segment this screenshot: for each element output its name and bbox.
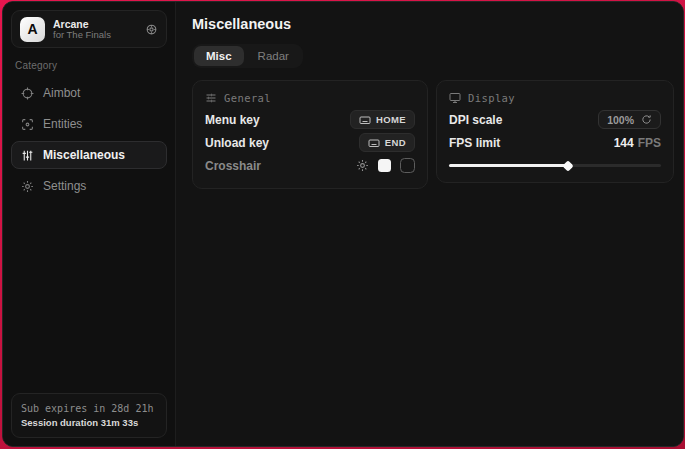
sidebar-item-settings[interactable]: Settings [11,172,167,200]
unload-key-row: Unload key END [205,131,415,154]
sidebar-item-label: Aimbot [43,86,80,100]
sidebar-item-label: Entities [43,117,82,131]
unload-key-label: Unload key [205,136,269,150]
main-content: Miscellaneous Misc Radar General [176,2,684,446]
tab-misc[interactable]: Misc [194,46,244,66]
crosshair-label: Crosshair [205,159,261,173]
subscription-info-card: Sub expires in 28d 21h Session duration … [11,393,167,438]
dpi-scale-select[interactable]: 100% [598,110,661,129]
scan-eye-icon [21,118,34,131]
slider-fill [449,164,568,167]
sliders-icon [21,149,34,162]
fps-limit-label: FPS limit [449,136,500,150]
fps-limit-row: FPS limit 144FPS [449,131,661,154]
cards-row: General Menu key HOME [192,80,674,189]
sidebar-nav: Aimbot Entities Miscella [11,79,167,200]
display-card: Display DPI scale 100% [436,80,674,183]
app-window: A Arcane for The Finals Category [2,1,684,447]
crosshair-color-swatch[interactable] [378,159,391,172]
sidebar-item-label: Settings [43,179,86,193]
dpi-scale-row: DPI scale 100% [449,108,661,131]
menu-key-value: HOME [376,114,406,125]
app-meta: Arcane for The Finals [53,18,137,41]
fps-limit-slider[interactable] [449,159,661,171]
general-card-title: General [224,92,271,104]
tab-bar: Misc Radar [192,44,303,68]
gear-icon [21,180,34,193]
cycle-refresh-icon [641,114,652,125]
fps-limit-value-wrap: 144FPS [614,136,661,150]
session-duration-text: Session duration 31m 33s [21,416,157,430]
crosshair-icon [21,87,34,100]
crosshair-checkbox[interactable] [400,158,415,173]
app-header-card: A Arcane for The Finals [11,10,167,48]
sliders-horizontal-icon [205,92,217,104]
crosshair-row: Crosshair [205,154,415,177]
unload-key-value: END [385,137,406,148]
category-label: Category [15,60,163,71]
app-name: Arcane [53,18,137,30]
fps-limit-value: 144 [614,136,634,150]
sidebar: A Arcane for The Finals Category [3,2,176,446]
app-subtitle: for The Finals [53,30,137,41]
general-card: General Menu key HOME [192,80,428,189]
dpi-scale-label: DPI scale [449,113,502,127]
menu-key-button[interactable]: HOME [350,110,415,129]
display-card-header: Display [449,92,661,104]
sidebar-item-miscellaneous[interactable]: Miscellaneous [11,141,167,169]
sidebar-item-entities[interactable]: Entities [11,110,167,138]
fps-limit-unit: FPS [638,136,661,150]
menu-key-label: Menu key [205,113,260,127]
crosshair-settings-gear-icon[interactable] [356,159,369,172]
crosshair-controls [356,158,415,173]
display-card-title: Display [468,92,515,104]
keyboard-icon [359,114,371,126]
slider-thumb[interactable] [562,160,573,171]
app-logo: A [20,17,45,42]
general-card-header: General [205,92,415,104]
keyboard-icon [368,137,380,149]
tab-radar[interactable]: Radar [246,46,301,66]
sidebar-item-label: Miscellaneous [43,148,125,162]
page-title: Miscellaneous [192,16,674,32]
unload-key-button[interactable]: END [359,133,415,152]
sidebar-item-aimbot[interactable]: Aimbot [11,79,167,107]
dpi-scale-value: 100% [607,114,634,126]
settings-gear-icon[interactable] [145,23,158,36]
monitor-icon [449,92,461,104]
menu-key-row: Menu key HOME [205,108,415,131]
sub-expires-text: Sub expires in 28d 21h [21,401,157,416]
